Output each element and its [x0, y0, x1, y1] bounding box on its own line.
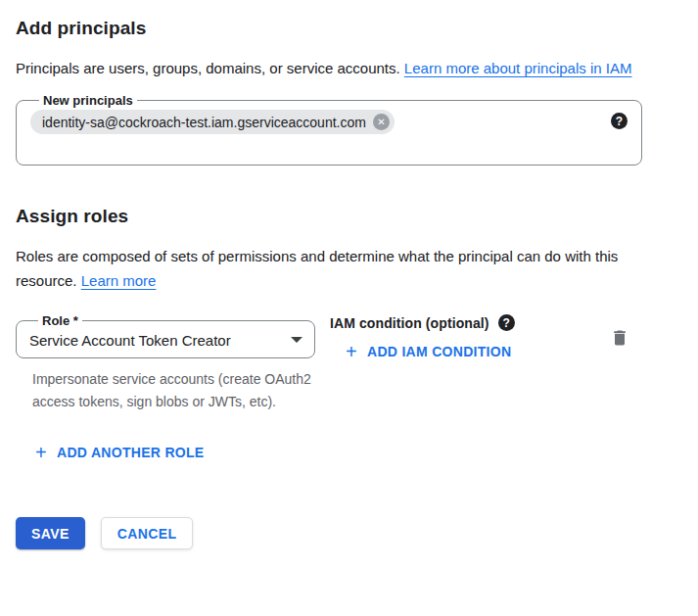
page-title: Add principals [16, 18, 682, 39]
new-principals-field[interactable]: New principals identity-sa@cockroach-tes… [16, 93, 642, 166]
add-principals-panel: Add principals Principals are users, gro… [0, 0, 698, 549]
principal-chip-label: identity-sa@cockroach-test.iam.gservicea… [42, 115, 366, 130]
principals-help-icon[interactable]: ? [611, 113, 628, 129]
role-row: Role * Service Account Token Creator Imp… [16, 313, 682, 413]
dialog-actions: SAVE CANCEL [16, 517, 682, 549]
role-helper-text: Impersonate service accounts (create OAu… [32, 368, 312, 413]
chevron-down-icon [291, 337, 302, 343]
add-iam-condition-label: ADD IAM CONDITION [367, 344, 511, 359]
role-select[interactable]: Role * Service Account Token Creator [16, 313, 315, 358]
add-iam-condition-button[interactable]: + ADD IAM CONDITION [346, 344, 511, 359]
save-button[interactable]: SAVE [16, 517, 85, 549]
iam-condition-label-row: IAM condition (optional) ? [330, 314, 515, 331]
role-label: Role * [38, 313, 82, 328]
trash-icon [610, 328, 629, 348]
principals-description: Principals are users, groups, domains, o… [16, 56, 670, 80]
role-column: Role * Service Account Token Creator Imp… [16, 313, 315, 413]
roles-description: Roles are composed of sets of permission… [16, 244, 670, 293]
chip-remove-icon[interactable]: ✕ [373, 114, 390, 130]
plus-icon: + [346, 345, 357, 358]
principals-description-text: Principals are users, groups, domains, o… [16, 60, 400, 76]
iam-condition-label: IAM condition (optional) [330, 315, 489, 331]
principal-chip-row: identity-sa@cockroach-test.iam.gservicea… [30, 110, 628, 134]
new-principals-label: New principals [39, 93, 137, 108]
plus-icon: + [35, 446, 47, 459]
assign-roles-title: Assign roles [16, 206, 682, 227]
learn-more-principals-link[interactable]: Learn more about principals in IAM [404, 60, 632, 76]
delete-role-button[interactable] [610, 328, 629, 348]
iam-condition-help-icon[interactable]: ? [498, 314, 515, 331]
cancel-button[interactable]: CANCEL [101, 517, 194, 549]
iam-condition-column: IAM condition (optional) ? + ADD IAM CON… [330, 313, 515, 359]
add-another-role-label: ADD ANOTHER ROLE [57, 445, 205, 460]
role-selected-value: Service Account Token Creator [29, 332, 231, 349]
learn-more-roles-link[interactable]: Learn more [81, 272, 157, 289]
role-value-row: Service Account Token Creator [29, 328, 302, 352]
add-another-role-button[interactable]: + ADD ANOTHER ROLE [35, 445, 205, 460]
principal-chip: identity-sa@cockroach-test.iam.gservicea… [30, 110, 395, 134]
